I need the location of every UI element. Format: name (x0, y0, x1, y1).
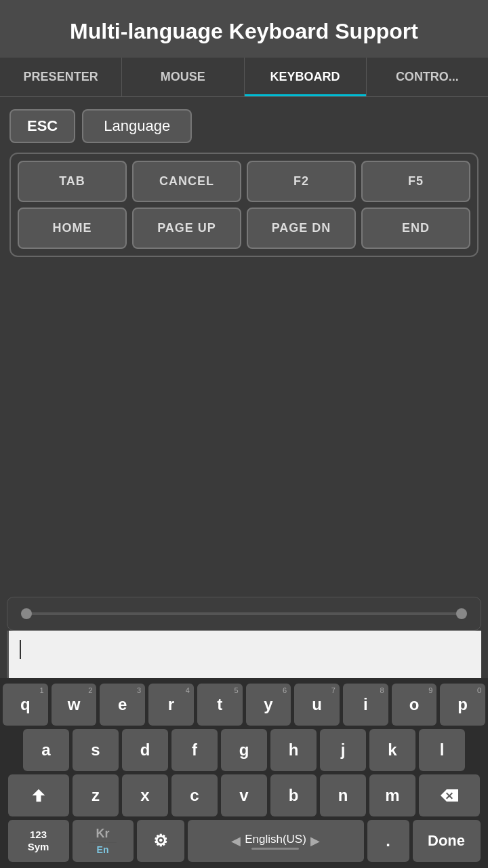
key-g-letter: g (239, 741, 249, 760)
key-g[interactable]: g (221, 729, 267, 771)
key-u[interactable]: 7u (294, 684, 340, 726)
key-e-letter: e (118, 695, 127, 714)
key-j[interactable]: j (320, 729, 366, 771)
key-b-letter: b (289, 786, 299, 805)
key-r[interactable]: 4r (148, 684, 194, 726)
header: Multi-language Keyboard Support (0, 0, 488, 58)
tab-presenter[interactable]: PRESENTER (0, 58, 122, 96)
lang-divider (89, 842, 117, 843)
key-t-letter: t (217, 695, 222, 714)
page-title: Multi-language Keyboard Support (14, 19, 474, 44)
key-l[interactable]: l (419, 729, 465, 771)
key-v-letter: v (239, 786, 248, 805)
key-n-letter: n (338, 786, 348, 805)
key-l-letter: l (440, 741, 445, 760)
sym-label-top: 123 (30, 829, 47, 841)
gear-icon: ⚙ (153, 831, 168, 850)
period-key[interactable]: . (367, 820, 409, 862)
key-f-letter: f (192, 741, 197, 760)
slider-track[interactable] (21, 612, 467, 615)
key-h[interactable]: h (270, 729, 317, 771)
shift-key[interactable] (8, 774, 69, 816)
language-selector[interactable]: ◀ English(US) ▶ (188, 820, 364, 862)
key-w-num: 2 (88, 686, 92, 694)
key-v[interactable]: v (221, 774, 267, 816)
key-w[interactable]: 2w (52, 684, 97, 726)
key-k[interactable]: k (369, 729, 415, 771)
f5-key[interactable]: F5 (361, 161, 470, 202)
key-r-letter: r (168, 695, 174, 714)
key-p-letter: p (458, 695, 468, 714)
home-key[interactable]: HOME (18, 208, 127, 249)
esc-button[interactable]: ESC (9, 109, 75, 143)
key-y[interactable]: 6y (246, 684, 291, 726)
lang-label: English(US) (245, 833, 306, 846)
settings-key[interactable]: ⚙ (137, 820, 184, 862)
key-s[interactable]: s (73, 729, 119, 771)
key-t[interactable]: 5t (197, 684, 243, 726)
key-i[interactable]: 8i (343, 684, 388, 726)
key-p[interactable]: 0p (440, 684, 485, 726)
pageup-key[interactable]: PAGE UP (132, 208, 241, 249)
pagedn-key[interactable]: PAGE DN (247, 208, 356, 249)
lang-prev-arrow[interactable]: ◀ (231, 833, 241, 848)
text-cursor (20, 640, 21, 659)
key-a-letter: a (41, 741, 50, 760)
end-key[interactable]: END (361, 208, 470, 249)
tab-bar: PRESENTER MOUSE KEYBOARD CONTRO... (0, 58, 488, 97)
key-r-num: 4 (186, 686, 190, 694)
key-p-num: 0 (477, 686, 481, 694)
key-f[interactable]: f (171, 729, 218, 771)
language-button[interactable]: Language (82, 109, 192, 143)
sym-key[interactable]: 123 Sym (8, 820, 69, 862)
key-n[interactable]: n (320, 774, 366, 816)
slider-thumb-right[interactable] (456, 608, 467, 619)
key-c[interactable]: c (171, 774, 218, 816)
key-i-letter: i (363, 695, 368, 714)
keyboard-bottom-row: 123 Sym Kr En ⚙ ◀ English(US) ▶ . Done (3, 820, 485, 865)
slider-area[interactable] (7, 597, 481, 631)
key-u-letter: u (312, 695, 322, 714)
key-o-num: 9 (428, 686, 432, 694)
spacebar-line (251, 848, 299, 850)
key-y-letter: y (264, 695, 272, 714)
keyboard: 1q 2w 3e 4r 5t 6y 7u 8i 9o 0p a s d f g … (0, 678, 488, 868)
key-d-letter: d (140, 741, 150, 760)
key-e[interactable]: 3e (100, 684, 145, 726)
text-input-area[interactable] (7, 631, 481, 678)
shift-icon (29, 786, 48, 805)
key-y-num: 6 (283, 686, 287, 694)
key-x[interactable]: x (122, 774, 168, 816)
key-z[interactable]: z (73, 774, 119, 816)
key-u-num: 7 (331, 686, 336, 694)
key-q-num: 1 (40, 686, 44, 694)
cancel-key[interactable]: CANCEL (132, 161, 241, 202)
key-q[interactable]: 1q (3, 684, 48, 726)
lang-next-arrow[interactable]: ▶ (310, 833, 320, 848)
backspace-key[interactable] (419, 774, 480, 816)
key-d[interactable]: d (122, 729, 168, 771)
key-x-letter: x (140, 786, 149, 805)
lang-switch-key[interactable]: Kr En (73, 820, 134, 862)
key-h-letter: h (289, 741, 299, 760)
keyboard-row-3: z x c v b n m (3, 774, 485, 816)
lang-selector-inner: English(US) (245, 833, 306, 850)
done-key[interactable]: Done (413, 820, 481, 862)
tab-control[interactable]: CONTRO... (367, 58, 488, 96)
f2-key[interactable]: F2 (247, 161, 356, 202)
keyboard-row-2: a s d f g h j k l (3, 729, 485, 771)
key-o-letter: o (409, 695, 420, 714)
key-b[interactable]: b (270, 774, 317, 816)
key-m-letter: m (385, 786, 399, 805)
key-e-num: 3 (137, 686, 141, 694)
tab-keyboard[interactable]: KEYBOARD (245, 58, 367, 96)
controls-area: ESC Language TAB CANCEL F2 F5 HOME PAGE … (0, 97, 488, 264)
key-o[interactable]: 9o (392, 684, 437, 726)
key-c-letter: c (190, 786, 199, 805)
slider-thumb-left[interactable] (21, 608, 32, 619)
tab-key[interactable]: TAB (18, 161, 127, 202)
keyboard-row-1: 1q 2w 3e 4r 5t 6y 7u 8i 9o 0p (3, 684, 485, 726)
key-a[interactable]: a (23, 729, 69, 771)
tab-mouse[interactable]: MOUSE (122, 58, 244, 96)
key-m[interactable]: m (369, 774, 415, 816)
